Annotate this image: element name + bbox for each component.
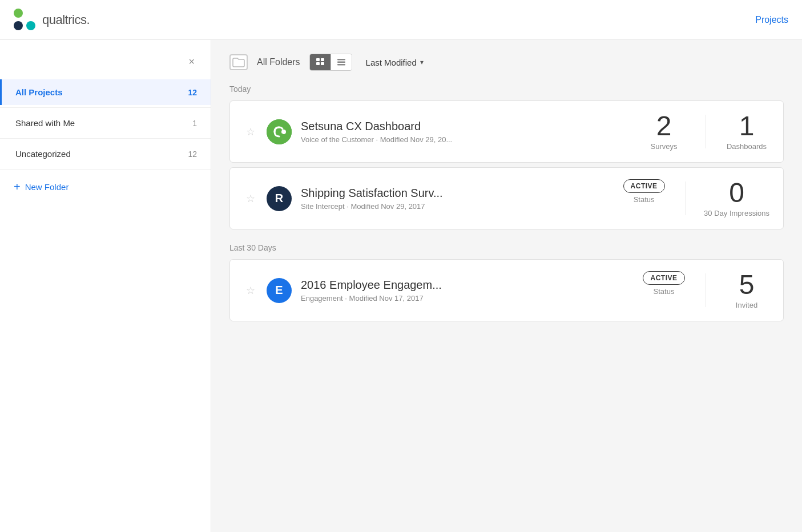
active-badge-employee: ACTIVE	[643, 271, 684, 285]
project-stats-shipping: ACTIVE Status 0 30 Day Impressions	[621, 179, 769, 217]
project-stats-setsuna: 2 Surveys 1 Dashboards	[641, 112, 769, 151]
stat-divider-setsuna	[705, 115, 706, 148]
svg-rect-6	[337, 64, 345, 66]
stat-status-employee: ACTIVE Status	[641, 271, 687, 309]
new-folder-plus-icon: +	[14, 181, 21, 192]
project-meta-setsuna: Voice of the Customer · Modified Nov 29,…	[301, 135, 632, 144]
stat-invited-value: 5	[724, 271, 769, 299]
stat-surveys-label: Surveys	[641, 142, 687, 151]
sidebar-item-shared-label: Shared with Me	[15, 118, 75, 128]
section-header-today: Today	[229, 84, 784, 94]
list-view-button[interactable]	[331, 54, 352, 70]
grid-view-button[interactable]	[310, 54, 331, 70]
nav-projects-link[interactable]: Projects	[755, 15, 788, 25]
project-separator-setsuna: ·	[376, 135, 380, 144]
grid-icon	[316, 58, 325, 67]
logo-dots	[14, 9, 37, 31]
project-type-shipping: Site Intercept	[301, 202, 345, 211]
status-badge-employee: ACTIVE	[641, 271, 687, 285]
sidebar: × All Projects 12 Shared with Me 1 Uncat…	[0, 40, 211, 532]
project-modified-employee: Modified Nov 17, 2017	[349, 294, 424, 303]
main-layout: × All Projects 12 Shared with Me 1 Uncat…	[0, 40, 802, 532]
content-area: All Folders	[211, 40, 802, 532]
svg-rect-3	[321, 62, 324, 65]
svg-rect-0	[316, 58, 320, 61]
stat-invited-employee: 5 Invited	[724, 271, 769, 309]
folder-icon	[232, 57, 245, 67]
sidebar-item-all-projects[interactable]: All Projects 12	[0, 79, 211, 105]
stat-impressions-shipping: 0 30 Day Impressions	[704, 179, 769, 217]
logo-text: qualtrics.	[42, 13, 90, 27]
dot-empty	[26, 9, 35, 18]
sidebar-item-uncategorized-count: 12	[188, 150, 197, 159]
project-info-shipping: Shipping Satisfaction Surv... Site Inter…	[301, 187, 612, 211]
project-card-shipping[interactable]: ☆ R Shipping Satisfaction Surv... Site I…	[229, 167, 784, 229]
project-meta-employee: Engagement · Modified Nov 17, 2017	[301, 294, 632, 303]
section-header-last30: Last 30 Days	[229, 243, 784, 252]
avatar-employee: E	[267, 278, 292, 303]
cx-avatar-icon	[267, 119, 292, 144]
new-folder-button[interactable]: + New Folder	[0, 172, 211, 201]
svg-point-7	[267, 119, 292, 144]
list-icon	[337, 58, 346, 67]
project-info-employee: 2016 Employee Engagem... Engagement · Mo…	[301, 279, 632, 303]
project-name-setsuna: Setsuna CX Dashboard	[301, 120, 632, 133]
star-button-employee[interactable]: ☆	[244, 284, 257, 297]
sort-chevron-icon: ▾	[420, 58, 424, 66]
avatar-employee-letter: E	[275, 284, 283, 297]
star-button-shipping[interactable]: ☆	[244, 192, 257, 205]
stat-dashboards-label: Dashboards	[724, 142, 769, 151]
stat-impressions-label: 30 Day Impressions	[704, 209, 769, 217]
star-button-setsuna[interactable]: ☆	[244, 126, 257, 138]
sidebar-item-all-projects-count: 12	[188, 88, 197, 97]
sidebar-item-uncategorized[interactable]: Uncategorized 12	[0, 141, 211, 167]
stat-surveys-value: 2	[641, 112, 687, 140]
top-nav: qualtrics. Projects	[0, 0, 802, 40]
sort-label: Last Modified	[366, 58, 417, 67]
project-modified-shipping: Modified Nov 29, 2017	[350, 202, 425, 211]
svg-rect-5	[337, 62, 345, 63]
content-toolbar: All Folders	[229, 54, 784, 71]
logo-area: qualtrics.	[14, 9, 90, 31]
avatar-shipping: R	[267, 186, 292, 211]
stat-divider-shipping	[685, 182, 686, 215]
project-name-employee: 2016 Employee Engagem...	[301, 279, 632, 292]
all-folders-label: All Folders	[257, 57, 300, 67]
dot-green	[14, 9, 23, 18]
svg-point-8	[281, 130, 286, 134]
close-sidebar-button[interactable]: ×	[184, 54, 199, 70]
stat-status-shipping: ACTIVE Status	[621, 179, 667, 217]
project-separator-employee: ·	[345, 294, 349, 303]
svg-rect-1	[321, 58, 324, 61]
sort-dropdown[interactable]: Last Modified ▾	[366, 58, 424, 67]
stat-status-label-shipping: Status	[621, 195, 667, 204]
sidebar-divider-1	[0, 107, 211, 108]
stat-invited-label: Invited	[724, 301, 769, 309]
svg-rect-2	[316, 62, 320, 65]
sidebar-divider-2	[0, 138, 211, 139]
sidebar-close-area: ×	[0, 49, 211, 79]
stat-surveys-setsuna: 2 Surveys	[641, 112, 687, 151]
project-card-employee[interactable]: ☆ E 2016 Employee Engagem... Engagement …	[229, 259, 784, 321]
project-stats-employee: ACTIVE Status 5 Invited	[641, 271, 769, 309]
dot-blue-dark	[14, 21, 23, 30]
svg-rect-4	[337, 59, 345, 61]
status-badge-shipping: ACTIVE	[621, 179, 667, 193]
stat-impressions-value: 0	[704, 179, 769, 207]
project-info-setsuna: Setsuna CX Dashboard Voice of the Custom…	[301, 120, 632, 144]
dot-teal	[26, 21, 35, 30]
project-meta-shipping: Site Intercept · Modified Nov 29, 2017	[301, 202, 612, 211]
project-name-shipping: Shipping Satisfaction Surv...	[301, 187, 612, 200]
all-folders-button[interactable]	[229, 54, 248, 70]
sidebar-item-uncategorized-label: Uncategorized	[15, 149, 71, 159]
avatar-setsuna	[267, 119, 292, 144]
project-type-setsuna: Voice of the Customer	[301, 135, 374, 144]
project-card-setsuna[interactable]: ☆ Setsuna CX Dashboard Voice of the Cust…	[229, 100, 784, 163]
project-type-employee: Engagement	[301, 294, 343, 303]
sidebar-item-shared-with-me[interactable]: Shared with Me 1	[0, 110, 211, 136]
project-modified-setsuna: Modified Nov 29, 20...	[380, 135, 452, 144]
active-badge-shipping: ACTIVE	[623, 179, 665, 193]
sidebar-item-shared-count: 1	[192, 119, 197, 128]
sidebar-item-all-projects-label: All Projects	[15, 87, 63, 97]
stat-divider-employee	[705, 273, 706, 307]
